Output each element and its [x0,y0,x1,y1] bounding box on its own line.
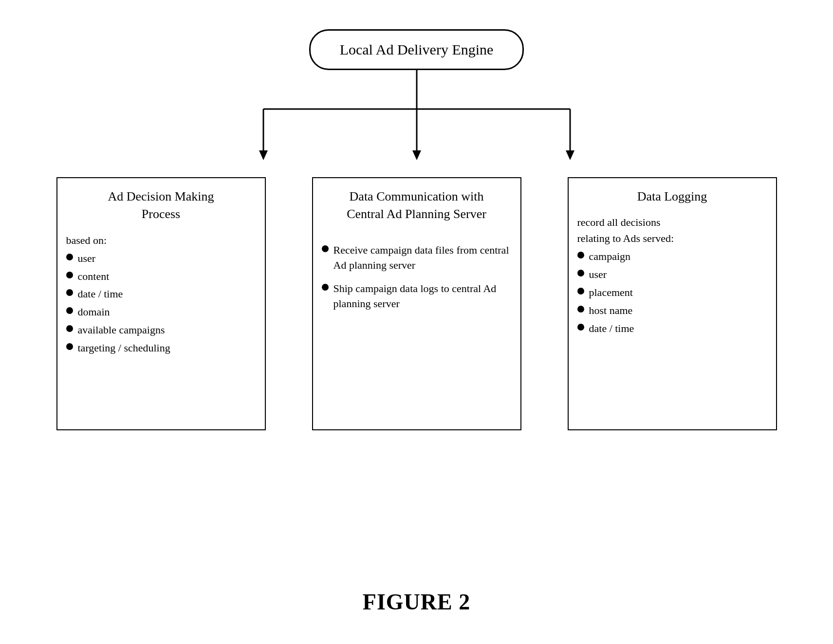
bullet-dot [577,270,584,276]
list-item: domain [66,305,256,320]
bullet-dot [66,254,73,260]
list-item: host name [577,303,767,318]
box-ad-decision-intro: based on: [66,232,256,248]
list-item: content [66,269,256,284]
bullet-dot [66,325,73,332]
bullet-dot [66,343,73,350]
svg-marker-7 [566,150,574,160]
bullet-dot [66,289,73,296]
list-item: targeting / scheduling [66,341,256,356]
bullet-dot [322,284,329,291]
bullet-dot [66,272,73,278]
connector-svg [198,70,636,177]
list-item: Ship campaign data logs to central Ad pl… [322,281,512,312]
diagram-container: Local Ad Delivery Engine Ad Decision Mak… [0,0,833,644]
box-data-logging-title: Data Logging [577,188,767,205]
root-label: Local Ad Delivery Engine [340,41,494,57]
connector-lines [198,70,636,177]
list-item: campaign [577,249,767,264]
box-data-communication-list: Receive campaign data files from central… [322,243,512,312]
box-data-logging-intro: record all decisionsrelating to Ads serv… [577,214,767,246]
bullet-dot [577,306,584,313]
svg-marker-5 [412,150,421,160]
box-data-communication: Data Communication withCentral Ad Planni… [312,177,521,430]
bullet-dot [66,307,73,314]
bullet-dot [577,252,584,258]
box-ad-decision-title: Ad Decision MakingProcess [66,188,256,223]
children-row: Ad Decision MakingProcess based on: user… [56,177,777,430]
svg-marker-3 [259,150,268,160]
box-ad-decision: Ad Decision MakingProcess based on: user… [56,177,266,430]
list-item: placement [577,285,767,300]
bullet-dot [577,288,584,294]
figure-label: FIGURE 2 [363,589,470,615]
list-item: user [577,267,767,282]
box-data-communication-title: Data Communication withCentral Ad Planni… [322,188,512,223]
list-item: user [66,251,256,266]
box-data-logging: Data Logging record all decisionsrelatin… [568,177,777,430]
bullet-dot [322,245,329,252]
box-data-logging-list: campaign user placement host name date /… [577,249,767,336]
root-node: Local Ad Delivery Engine [309,29,524,70]
list-item: Receive campaign data files from central… [322,243,512,273]
bullet-dot [577,324,584,331]
box-ad-decision-list: user content date / time domain availabl… [66,251,256,356]
list-item: date / time [577,321,767,336]
list-item: available campaigns [66,323,256,338]
list-item: date / time [66,287,256,302]
